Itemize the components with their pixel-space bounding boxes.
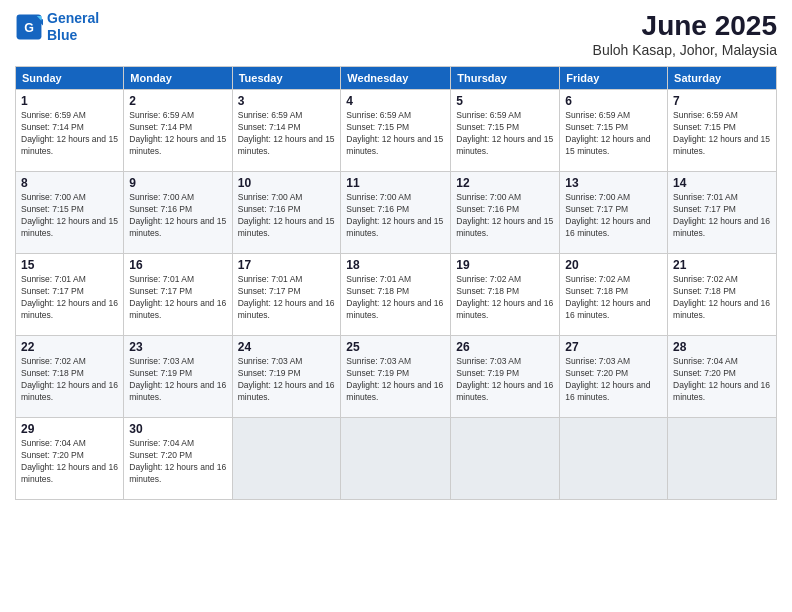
day-info: Sunrise: 7:03 AMSunset: 7:19 PMDaylight:… [346,356,445,404]
day-info: Sunrise: 7:00 AMSunset: 7:16 PMDaylight:… [346,192,445,240]
day-info: Sunrise: 7:01 AMSunset: 7:17 PMDaylight:… [238,274,336,322]
day-number: 1 [21,94,118,108]
day-info: Sunrise: 7:01 AMSunset: 7:18 PMDaylight:… [346,274,445,322]
day-number: 23 [129,340,226,354]
day-info: Sunrise: 7:01 AMSunset: 7:17 PMDaylight:… [673,192,771,240]
table-row: 21Sunrise: 7:02 AMSunset: 7:18 PMDayligh… [668,254,777,336]
day-number: 12 [456,176,554,190]
svg-text:G: G [24,20,34,34]
day-number: 22 [21,340,118,354]
table-row: 24Sunrise: 7:03 AMSunset: 7:19 PMDayligh… [232,336,341,418]
table-row: 16Sunrise: 7:01 AMSunset: 7:17 PMDayligh… [124,254,232,336]
day-info: Sunrise: 7:01 AMSunset: 7:17 PMDaylight:… [21,274,118,322]
day-number: 2 [129,94,226,108]
day-info: Sunrise: 7:04 AMSunset: 7:20 PMDaylight:… [21,438,118,486]
day-number: 10 [238,176,336,190]
day-info: Sunrise: 6:59 AMSunset: 7:15 PMDaylight:… [565,110,662,158]
day-info: Sunrise: 7:03 AMSunset: 7:19 PMDaylight:… [129,356,226,404]
day-number: 4 [346,94,445,108]
day-number: 11 [346,176,445,190]
day-number: 7 [673,94,771,108]
day-number: 20 [565,258,662,272]
day-info: Sunrise: 7:03 AMSunset: 7:19 PMDaylight:… [238,356,336,404]
day-number: 14 [673,176,771,190]
table-row: 28Sunrise: 7:04 AMSunset: 7:20 PMDayligh… [668,336,777,418]
table-row: 22Sunrise: 7:02 AMSunset: 7:18 PMDayligh… [16,336,124,418]
table-row: 13Sunrise: 7:00 AMSunset: 7:17 PMDayligh… [560,172,668,254]
col-friday: Friday [560,67,668,90]
day-number: 18 [346,258,445,272]
day-number: 8 [21,176,118,190]
day-info: Sunrise: 7:03 AMSunset: 7:19 PMDaylight:… [456,356,554,404]
day-info: Sunrise: 6:59 AMSunset: 7:14 PMDaylight:… [21,110,118,158]
table-row: 20Sunrise: 7:02 AMSunset: 7:18 PMDayligh… [560,254,668,336]
day-number: 26 [456,340,554,354]
col-thursday: Thursday [451,67,560,90]
day-number: 3 [238,94,336,108]
table-row: 25Sunrise: 7:03 AMSunset: 7:19 PMDayligh… [341,336,451,418]
table-row: 1Sunrise: 6:59 AMSunset: 7:14 PMDaylight… [16,90,124,172]
logo-icon: G [15,13,43,41]
calendar-week-row: 22Sunrise: 7:02 AMSunset: 7:18 PMDayligh… [16,336,777,418]
day-info: Sunrise: 6:59 AMSunset: 7:15 PMDaylight:… [456,110,554,158]
table-row [560,418,668,500]
col-saturday: Saturday [668,67,777,90]
col-wednesday: Wednesday [341,67,451,90]
day-info: Sunrise: 7:00 AMSunset: 7:15 PMDaylight:… [21,192,118,240]
day-number: 15 [21,258,118,272]
calendar-week-row: 8Sunrise: 7:00 AMSunset: 7:15 PMDaylight… [16,172,777,254]
table-row: 27Sunrise: 7:03 AMSunset: 7:20 PMDayligh… [560,336,668,418]
table-row: 11Sunrise: 7:00 AMSunset: 7:16 PMDayligh… [341,172,451,254]
day-info: Sunrise: 6:59 AMSunset: 7:15 PMDaylight:… [673,110,771,158]
location-subtitle: Buloh Kasap, Johor, Malaysia [593,42,777,58]
day-number: 21 [673,258,771,272]
table-row: 18Sunrise: 7:01 AMSunset: 7:18 PMDayligh… [341,254,451,336]
day-number: 27 [565,340,662,354]
table-row: 10Sunrise: 7:00 AMSunset: 7:16 PMDayligh… [232,172,341,254]
calendar-week-row: 15Sunrise: 7:01 AMSunset: 7:17 PMDayligh… [16,254,777,336]
day-info: Sunrise: 7:00 AMSunset: 7:16 PMDaylight:… [456,192,554,240]
day-info: Sunrise: 6:59 AMSunset: 7:14 PMDaylight:… [129,110,226,158]
table-row: 30Sunrise: 7:04 AMSunset: 7:20 PMDayligh… [124,418,232,500]
day-number: 24 [238,340,336,354]
table-row: 3Sunrise: 6:59 AMSunset: 7:14 PMDaylight… [232,90,341,172]
table-row: 9Sunrise: 7:00 AMSunset: 7:16 PMDaylight… [124,172,232,254]
table-row: 23Sunrise: 7:03 AMSunset: 7:19 PMDayligh… [124,336,232,418]
day-number: 25 [346,340,445,354]
day-info: Sunrise: 7:02 AMSunset: 7:18 PMDaylight:… [565,274,662,322]
day-number: 19 [456,258,554,272]
col-tuesday: Tuesday [232,67,341,90]
day-info: Sunrise: 7:00 AMSunset: 7:17 PMDaylight:… [565,192,662,240]
day-number: 6 [565,94,662,108]
day-info: Sunrise: 7:02 AMSunset: 7:18 PMDaylight:… [673,274,771,322]
day-info: Sunrise: 7:04 AMSunset: 7:20 PMDaylight:… [673,356,771,404]
table-row: 4Sunrise: 6:59 AMSunset: 7:15 PMDaylight… [341,90,451,172]
day-info: Sunrise: 6:59 AMSunset: 7:14 PMDaylight:… [238,110,336,158]
day-info: Sunrise: 7:03 AMSunset: 7:20 PMDaylight:… [565,356,662,404]
table-row [232,418,341,500]
table-row [341,418,451,500]
table-row [668,418,777,500]
day-number: 5 [456,94,554,108]
day-info: Sunrise: 7:00 AMSunset: 7:16 PMDaylight:… [238,192,336,240]
table-row: 15Sunrise: 7:01 AMSunset: 7:17 PMDayligh… [16,254,124,336]
day-number: 13 [565,176,662,190]
day-number: 16 [129,258,226,272]
calendar-page: G General Blue June 2025 Buloh Kasap, Jo… [0,0,792,612]
table-row: 17Sunrise: 7:01 AMSunset: 7:17 PMDayligh… [232,254,341,336]
table-row: 14Sunrise: 7:01 AMSunset: 7:17 PMDayligh… [668,172,777,254]
title-block: June 2025 Buloh Kasap, Johor, Malaysia [593,10,777,58]
day-number: 30 [129,422,226,436]
calendar-header-row: Sunday Monday Tuesday Wednesday Thursday… [16,67,777,90]
day-info: Sunrise: 7:02 AMSunset: 7:18 PMDaylight:… [21,356,118,404]
table-row: 6Sunrise: 6:59 AMSunset: 7:15 PMDaylight… [560,90,668,172]
table-row: 12Sunrise: 7:00 AMSunset: 7:16 PMDayligh… [451,172,560,254]
table-row: 26Sunrise: 7:03 AMSunset: 7:19 PMDayligh… [451,336,560,418]
day-number: 28 [673,340,771,354]
logo-text: General Blue [47,10,99,44]
day-number: 9 [129,176,226,190]
table-row: 2Sunrise: 6:59 AMSunset: 7:14 PMDaylight… [124,90,232,172]
table-row: 8Sunrise: 7:00 AMSunset: 7:15 PMDaylight… [16,172,124,254]
calendar-table: Sunday Monday Tuesday Wednesday Thursday… [15,66,777,500]
calendar-week-row: 1Sunrise: 6:59 AMSunset: 7:14 PMDaylight… [16,90,777,172]
